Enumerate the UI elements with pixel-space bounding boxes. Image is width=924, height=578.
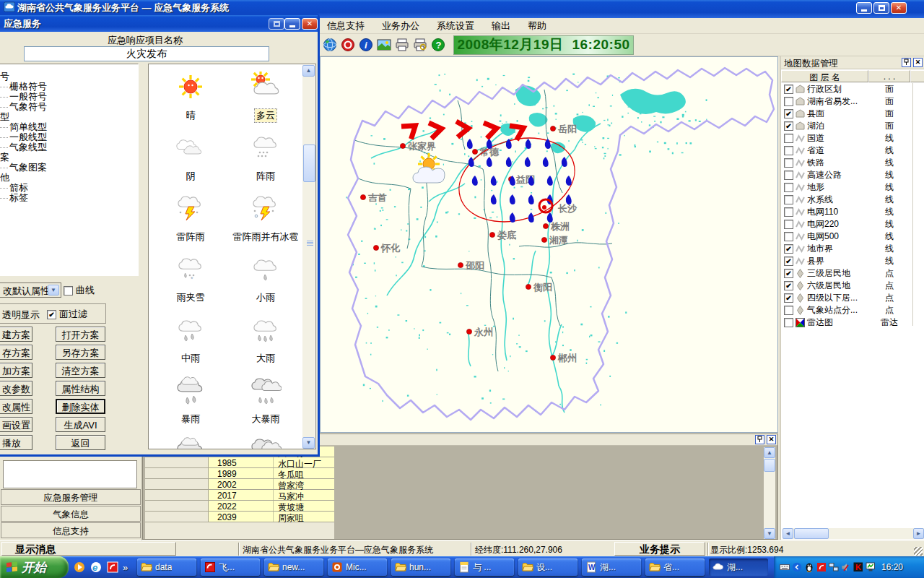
- pin-icon[interactable]: [902, 58, 911, 67]
- layer-row-湖泊[interactable]: ✔湖泊面: [781, 120, 924, 132]
- volume-icon[interactable]: [841, 562, 852, 572]
- menu-item-0[interactable]: 信息支持: [320, 18, 372, 34]
- dialog-button-加方案[interactable]: 加方案: [0, 363, 32, 378]
- layer-row-六级居民地[interactable]: ✔六级居民地点: [781, 280, 924, 292]
- stop-icon[interactable]: [340, 37, 356, 53]
- taskbar-button-与 ...[interactable]: 与 ...: [455, 558, 514, 576]
- column-header-layer-name[interactable]: 图 层 名: [781, 70, 868, 82]
- default-attribute-combo[interactable]: 改默认属性 ▼: [0, 282, 61, 298]
- bottom-panel-scrollbar[interactable]: ▲ ▼: [764, 447, 775, 539]
- scroll-down-icon[interactable]: ▼: [764, 528, 775, 539]
- table-row[interactable]: 1985水口山一厂: [145, 457, 334, 468]
- table-row[interactable]: 2002曾家湾: [145, 479, 334, 490]
- layer-checkbox[interactable]: [784, 134, 793, 143]
- layer-row-湖南省易发...[interactable]: 湖南省易发...面: [781, 95, 924, 108]
- layer-row-县界[interactable]: ✔县界线: [781, 255, 924, 267]
- layer-checkbox[interactable]: ✔: [784, 121, 793, 131]
- dialog-button-清空方案[interactable]: 清空方案: [56, 363, 105, 378]
- weather-symbol-大雨[interactable]: 大雨: [230, 313, 302, 365]
- tree-item-0-1[interactable]: 一般符号: [0, 92, 138, 102]
- window-minimize-button[interactable]: [856, 2, 872, 14]
- layer-checkbox[interactable]: [784, 146, 793, 155]
- print-preview-icon[interactable]: [412, 37, 428, 53]
- taskbar-button-data[interactable]: data: [137, 558, 196, 576]
- project-name-input[interactable]: [24, 46, 269, 61]
- dialog-button-画设置[interactable]: 画设置: [0, 417, 32, 432]
- layer-checkbox[interactable]: [784, 171, 793, 180]
- tree-item-1-1[interactable]: 一般线型: [0, 132, 138, 142]
- weather-symbol-中雨[interactable]: 中雨: [154, 313, 227, 365]
- layer-checkbox[interactable]: [784, 158, 793, 168]
- status-business-hint[interactable]: 业务提示: [614, 542, 705, 556]
- taskbar-button-Mic...[interactable]: Mic...: [328, 558, 387, 576]
- tree-item-3-0[interactable]: 箭标: [0, 183, 138, 193]
- layer-checkbox[interactable]: ✔: [784, 244, 793, 254]
- taskbar-button-飞...[interactable]: 飞...: [201, 558, 260, 576]
- scrollbar-thumb[interactable]: [794, 528, 829, 539]
- tree-group-1[interactable]: 线型: [0, 112, 138, 122]
- column-header-type[interactable]: . . .: [868, 70, 910, 82]
- layer-row-四级以下居...[interactable]: ✔四级以下居...点: [781, 292, 924, 304]
- layer-row-雷达图[interactable]: 雷达图雷达: [781, 316, 924, 329]
- dialog-button-返回[interactable]: 返回: [56, 435, 105, 450]
- weather-symbol-多云[interactable]: 多云: [230, 70, 302, 122]
- layers-close-icon[interactable]: ✕: [913, 58, 923, 67]
- scroll-down-icon[interactable]: ▼: [302, 437, 315, 449]
- dialog-close-button[interactable]: ✕: [302, 18, 318, 30]
- tree-item-1-0[interactable]: 简单线型: [0, 122, 138, 132]
- taskbar-button-new...[interactable]: new...: [264, 558, 323, 576]
- sidebar-bar-气象信息[interactable]: 气象信息: [1, 506, 141, 522]
- layer-row-行政区划[interactable]: ✔行政区划面: [781, 83, 924, 95]
- layer-row-铁路[interactable]: 铁路线: [781, 157, 924, 169]
- status-message[interactable]: 显示消息: [1, 542, 176, 556]
- table-row[interactable]: 2017马家冲: [145, 490, 334, 501]
- scroll-left-icon[interactable]: ◄: [783, 528, 793, 539]
- table-row[interactable]: 1989冬瓜咀: [145, 468, 334, 479]
- layer-row-省道[interactable]: 省道线: [781, 144, 924, 157]
- weather-symbol-extra-12[interactable]: [154, 434, 227, 449]
- dialog-restore-button[interactable]: [269, 18, 284, 30]
- sidebar-bar-应急服务管理[interactable]: 应急服务管理: [1, 489, 141, 505]
- tray-clock[interactable]: 16:20: [881, 562, 903, 572]
- window-close-button[interactable]: ✕: [891, 2, 907, 14]
- dialog-button-打开方案[interactable]: 打开方案: [56, 327, 105, 342]
- layer-checkbox[interactable]: ✔: [784, 85, 793, 94]
- layer-row-国道[interactable]: 国道线: [781, 132, 924, 144]
- fetion-icon[interactable]: [816, 562, 827, 572]
- globe-icon[interactable]: [322, 37, 338, 53]
- weather-symbol-阵雨[interactable]: 阵雨: [230, 131, 302, 183]
- qq-icon[interactable]: [804, 562, 815, 572]
- dialog-button-删除实体[interactable]: 删除实体: [56, 399, 105, 414]
- table-row[interactable]: 2039周家咀: [145, 512, 334, 522]
- print-icon[interactable]: [394, 37, 410, 53]
- symbols-scrollbar[interactable]: ▲ ▼: [302, 65, 315, 449]
- weather-symbol-extra-13[interactable]: [230, 434, 302, 449]
- scroll-up-icon[interactable]: ▲: [302, 65, 315, 77]
- scrollbar-thumb[interactable]: [303, 144, 315, 182]
- taskbar-button-湖...[interactable]: W湖...: [582, 558, 641, 576]
- ie-icon[interactable]: e: [89, 560, 103, 574]
- taskbar-button-省...[interactable]: 省...: [645, 558, 705, 576]
- weather-symbol-雷阵雨[interactable]: 雷阵雨: [154, 191, 227, 243]
- monitor-icon[interactable]: [866, 562, 876, 572]
- taskbar-button-设...[interactable]: 设...: [518, 558, 578, 576]
- layer-row-电网220[interactable]: 电网220线: [781, 218, 924, 230]
- scroll-up-icon[interactable]: ▲: [764, 447, 775, 458]
- tree-group-2[interactable]: 图案: [0, 152, 138, 163]
- weather-symbol-雷阵雨并有冰雹[interactable]: 雷阵雨并有冰雹: [230, 191, 302, 243]
- dialog-button-存方案[interactable]: 存方案: [0, 345, 32, 360]
- layer-row-水系线[interactable]: 水系线线: [781, 194, 924, 206]
- layer-checkbox[interactable]: ✔: [784, 109, 793, 118]
- curve-checkbox[interactable]: 曲线: [64, 284, 95, 297]
- keyboard-icon[interactable]: [780, 562, 790, 572]
- tree-item-1-2[interactable]: 气象线型: [0, 142, 138, 152]
- media-icon[interactable]: [72, 560, 87, 574]
- layer-row-气象站点分...[interactable]: 气象站点分...点: [781, 304, 924, 316]
- kaspersky-icon[interactable]: K: [853, 562, 864, 572]
- weather-symbol-晴[interactable]: 晴: [154, 70, 227, 122]
- layer-checkbox[interactable]: ✔: [784, 281, 793, 290]
- tree-item-2-0[interactable]: 气象图案: [0, 163, 138, 173]
- menu-item-4[interactable]: 帮助: [520, 18, 554, 34]
- fetion-icon[interactable]: [105, 560, 120, 574]
- weather-symbol-雨夹雪[interactable]: *雨夹雪: [154, 252, 227, 304]
